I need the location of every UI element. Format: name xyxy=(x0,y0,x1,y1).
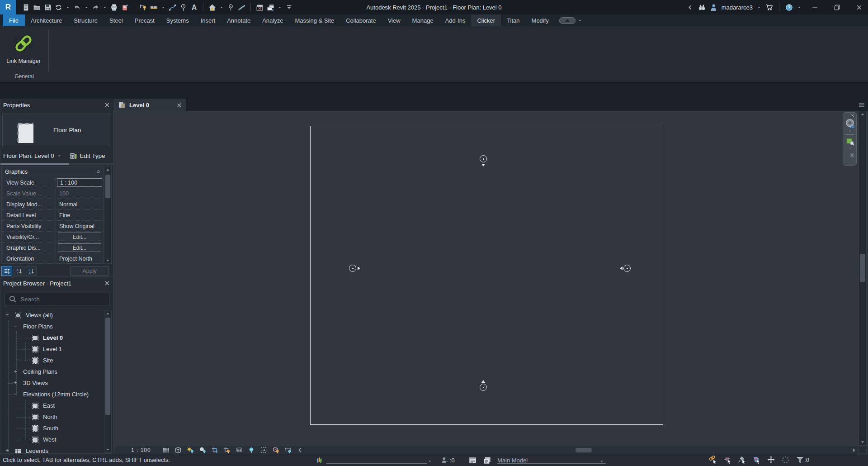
view-scale-input[interactable] xyxy=(57,178,102,187)
sort-ascending-button[interactable]: AZ xyxy=(14,266,24,276)
scroll-down-icon[interactable] xyxy=(104,446,111,452)
tab-manage[interactable]: Manage xyxy=(406,14,439,26)
properties-titlebar[interactable]: Properties xyxy=(0,99,113,111)
sort-default-button[interactable] xyxy=(1,266,12,276)
property-row[interactable]: Display Mod... Normal xyxy=(2,199,103,210)
horizontal-scrollbar-thumb[interactable] xyxy=(576,448,592,452)
tab-clicker[interactable]: Clicker xyxy=(471,14,501,26)
detail-level-icon[interactable] xyxy=(162,447,170,454)
select-elements-by-face-icon[interactable] xyxy=(752,456,761,464)
open-folder-icon[interactable] xyxy=(33,4,41,11)
properties-hscrollbar[interactable] xyxy=(0,163,114,165)
tab-close-icon[interactable] xyxy=(176,102,182,108)
visibility-edit-button[interactable]: Edit... xyxy=(58,233,101,241)
design-option-dropdown[interactable] xyxy=(497,456,606,464)
selection-filter[interactable]: :0 xyxy=(796,456,809,464)
scroll-up-icon[interactable] xyxy=(859,111,866,118)
graphic-display-edit-button[interactable]: Edit... xyxy=(58,243,101,252)
user-icon[interactable] xyxy=(710,4,717,11)
redo-icon[interactable] xyxy=(92,4,99,11)
search-help-icon[interactable] xyxy=(698,4,706,11)
scroll-down-icon[interactable] xyxy=(859,439,866,445)
zoom-region-icon[interactable] xyxy=(845,137,854,146)
ribbon-state-dropdown-icon[interactable] xyxy=(578,17,582,24)
select-underlay-elements-icon[interactable] xyxy=(723,456,732,464)
property-row[interactable]: Graphic Dis... Edit... xyxy=(2,243,103,253)
scrollbar-thumb[interactable] xyxy=(860,254,865,282)
tab-steel[interactable]: Steel xyxy=(104,14,129,26)
close-inactive-icon[interactable] xyxy=(256,4,264,11)
scrollbar-thumb[interactable] xyxy=(105,318,110,415)
tag-icon[interactable]: 1 xyxy=(179,4,187,11)
help-dropdown-icon[interactable] xyxy=(797,4,802,11)
instance-selector-dropdown-icon[interactable] xyxy=(57,152,61,160)
help-icon[interactable]: ? xyxy=(785,4,793,11)
sync-icon[interactable] xyxy=(55,4,62,11)
navbar-menu-icon[interactable] xyxy=(849,152,855,158)
username[interactable]: madararce3 xyxy=(722,4,753,11)
tree-item-level-1[interactable]: Level 1 xyxy=(0,344,104,355)
property-row[interactable]: View Scale xyxy=(2,177,103,188)
minimize-button[interactable] xyxy=(806,0,824,14)
export-family-icon[interactable] xyxy=(121,4,129,11)
tab-insert[interactable]: Insert xyxy=(195,14,222,26)
property-row[interactable]: Parts Visibility Show Original xyxy=(2,221,103,232)
collapse-icon[interactable] xyxy=(14,324,19,329)
scroll-down-icon[interactable] xyxy=(104,257,111,263)
worksets-dropdown[interactable] xyxy=(326,456,427,464)
expand-icon[interactable] xyxy=(14,370,19,375)
apply-button[interactable]: Apply xyxy=(71,266,108,276)
properties-close-icon[interactable] xyxy=(104,102,110,108)
edit-type-button[interactable]: Edit Type xyxy=(80,152,105,159)
tab-annotate[interactable]: Annotate xyxy=(221,14,256,26)
print-icon[interactable] xyxy=(110,4,118,11)
property-row[interactable]: Detail Level Fine xyxy=(2,210,103,221)
ribbon-display-toggle[interactable] xyxy=(559,14,582,26)
home-icon[interactable] xyxy=(208,4,216,11)
tab-list-icon[interactable] xyxy=(858,101,865,109)
temporary-view-properties-icon[interactable] xyxy=(260,447,267,454)
show-crop-region-icon[interactable] xyxy=(223,447,231,454)
thin-lines-icon[interactable] xyxy=(238,4,245,11)
tab-add-ins[interactable]: Add-Ins xyxy=(439,14,472,26)
graphics-section-header[interactable]: Graphics xyxy=(2,166,103,177)
search-input[interactable] xyxy=(20,296,93,303)
reveal-constraints-icon[interactable] xyxy=(284,447,292,454)
customize-toolbar-icon[interactable] xyxy=(285,4,293,11)
detail-line-icon[interactable] xyxy=(169,4,176,11)
measure-dropdown-icon[interactable] xyxy=(161,4,165,11)
home-dropdown-icon[interactable] xyxy=(219,4,224,11)
drag-elements-on-selection-icon[interactable] xyxy=(767,456,775,464)
crop-region[interactable] xyxy=(310,126,663,425)
undo-dropdown-icon[interactable] xyxy=(84,4,89,11)
shadows-icon[interactable] xyxy=(199,447,206,454)
tree-item-ceiling-plans[interactable]: Ceiling Plans xyxy=(0,366,104,378)
reveal-hidden-elements-icon[interactable] xyxy=(248,447,255,454)
collapse-left-icon[interactable] xyxy=(686,4,694,11)
scroll-right-icon[interactable] xyxy=(851,447,857,453)
close-button[interactable] xyxy=(850,0,868,14)
tab-architecture[interactable]: Architecture xyxy=(25,14,68,26)
worksets-dropdown-icon[interactable] xyxy=(428,457,432,465)
tree-item-west[interactable]: West xyxy=(0,434,104,446)
tree-item-legends[interactable]: Legends xyxy=(0,446,104,454)
project-browser-close-icon[interactable] xyxy=(104,280,110,286)
revit-logo[interactable]: R xyxy=(0,0,16,14)
sync-dropdown-icon[interactable] xyxy=(66,4,70,11)
browser-scrollbar[interactable] xyxy=(104,310,112,453)
elevation-marker-south[interactable] xyxy=(479,383,488,392)
sort-descending-button[interactable]: ZA xyxy=(26,266,37,276)
view-scale-button[interactable]: 1 : 100 xyxy=(131,447,151,453)
expand-icon[interactable] xyxy=(14,381,19,386)
tab-titan[interactable]: Titan xyxy=(501,14,525,26)
tab-analyze[interactable]: Analyze xyxy=(256,14,289,26)
instance-selector[interactable]: Floor Plan: Level 0 xyxy=(3,152,54,159)
collapse-icon[interactable] xyxy=(14,392,19,397)
background-processes-icon[interactable] xyxy=(781,456,790,464)
section-marker-icon[interactable] xyxy=(227,4,235,11)
user-dropdown-icon[interactable] xyxy=(757,4,761,11)
tree-item-south[interactable]: South xyxy=(0,423,104,434)
measure-icon[interactable] xyxy=(150,4,158,11)
select-links-icon[interactable] xyxy=(709,456,717,464)
design-option-dropdown-icon[interactable] xyxy=(599,457,604,465)
